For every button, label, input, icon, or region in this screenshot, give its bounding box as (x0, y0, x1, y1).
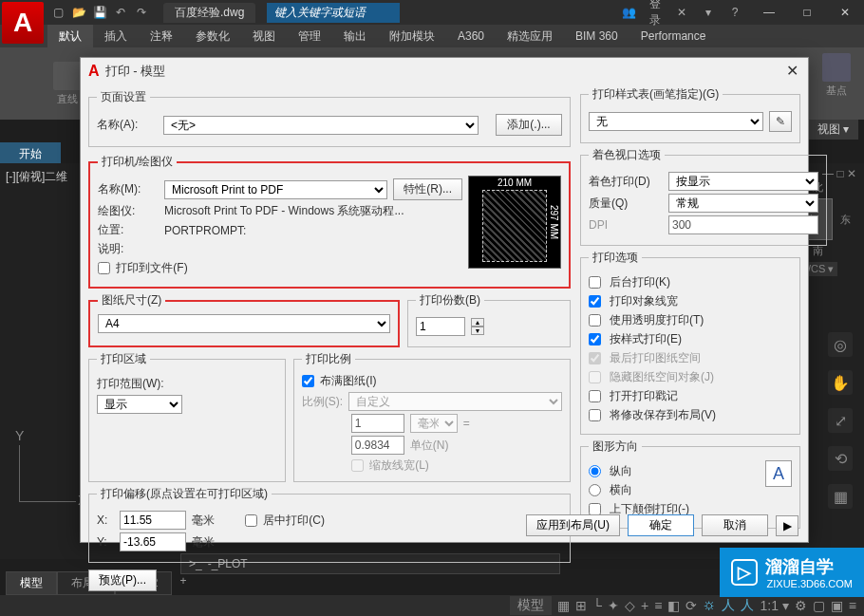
document-name-tab[interactable]: 百度经验.dwg (163, 3, 255, 23)
expand-button[interactable]: ▶ (776, 515, 798, 536)
close-button[interactable]: ✕ (826, 0, 864, 25)
sb-model-toggle[interactable]: 模型 (510, 596, 552, 615)
zoom-icon[interactable]: ⤢ (828, 408, 853, 433)
quality-select[interactable]: 常规 (668, 194, 818, 213)
ok-button[interactable]: 确定 (628, 514, 694, 536)
ribbon-tab-annotate[interactable]: 注释 (139, 25, 184, 48)
sb-polar-icon[interactable]: ✦ (608, 598, 619, 613)
sb-scale2-icon[interactable]: 人 (741, 597, 754, 614)
opt-bystyle-checkbox[interactable]: 按样式打印(E) (589, 331, 792, 347)
fit-to-paper-checkbox[interactable]: 布满图纸(I) (302, 374, 377, 387)
opt-stamp-checkbox[interactable]: 打开打印戳记 (589, 388, 792, 404)
plotarea-fieldset: 打印区域 打印范围(W): 显示 (88, 351, 286, 482)
sb-anno-icon[interactable]: ⛭ (703, 598, 716, 613)
page-setup-fieldset: 页面设置 名称(A): <无> 添加(.)... (88, 89, 571, 147)
ribbon-tab-output[interactable]: 输出 (332, 25, 378, 48)
shade-plot-select[interactable]: 按显示 (668, 172, 818, 191)
print-to-file-checkbox[interactable]: 打印到文件(F) (98, 260, 188, 276)
save-icon[interactable]: 💾 (91, 4, 108, 21)
maximize-button[interactable]: □ (788, 0, 826, 25)
ribbon-tab-insert[interactable]: 插入 (93, 25, 139, 48)
plotter-label: 绘图仪: (98, 203, 159, 219)
viewport-label[interactable]: [-][俯视]二维 (6, 169, 67, 185)
preview-width-label: 210 MM (496, 177, 534, 188)
ribbon-tab-manage[interactable]: 管理 (287, 25, 332, 48)
opt-transparency-checkbox[interactable]: 使用透明度打印(T) (589, 312, 792, 328)
ribbon-tab-param[interactable]: 参数化 (184, 25, 241, 48)
plotscale-fieldset: 打印比例 布满图纸(I) 比例(S): 自定义 毫米 = 单位(N) (293, 351, 571, 482)
ribbon-tab-default[interactable]: 默认 (47, 25, 93, 48)
orient-portrait-radio[interactable]: 纵向 (589, 463, 765, 479)
offset-y-label: Y: (97, 535, 114, 549)
tab-model[interactable]: 模型 (6, 571, 57, 595)
preview-button[interactable]: 预览(P)... (88, 569, 157, 591)
plotrange-select[interactable]: 显示 (97, 395, 182, 414)
cancel-button[interactable]: 取消 (702, 514, 768, 536)
sb-max-icon[interactable]: ▢ (813, 598, 825, 613)
offset-legend: 打印偏移(原点设置在可打印区域) (97, 486, 272, 502)
plot-options-fieldset: 打印选项 后台打印(K) 打印对象线宽 使用透明度打印(T) 按样式打印(E) … (580, 250, 800, 435)
opt-save-checkbox[interactable]: 将修改保存到布局(V) (589, 407, 792, 423)
sb-ortho-icon[interactable]: └ (592, 598, 602, 613)
orient-landscape-radio[interactable]: 横向 (589, 482, 765, 498)
pagesetup-add-button[interactable]: 添加(.)... (496, 114, 562, 136)
wheel-icon[interactable]: ◎ (828, 332, 853, 357)
opt-background-checkbox[interactable]: 后台打印(K) (589, 274, 792, 290)
sb-osnap-icon[interactable]: ◇ (625, 598, 635, 613)
sb-lwt-icon[interactable]: ≡ (654, 598, 662, 613)
new-icon[interactable]: ▢ (49, 4, 66, 21)
plot-options-legend: 打印选项 (589, 250, 642, 266)
showmotion-icon[interactable]: ▦ (828, 484, 853, 509)
title-bar: ▢ 📂 💾 ↶ ↷ 百度经验.dwg 键入关键字或短语 👥 登录 ✕ ▾ ? —… (0, 0, 864, 25)
stylesheet-edit-button[interactable]: ✎ (769, 111, 792, 132)
papersize-select[interactable]: A4 (98, 314, 390, 333)
plotrange-label: 打印范围(W): (97, 376, 164, 392)
sb-ratio[interactable]: 1:1 ▾ (760, 598, 788, 613)
dialog-close-button[interactable]: ✕ (782, 62, 802, 80)
sb-cycle-icon[interactable]: ⟳ (686, 598, 697, 613)
undo-icon[interactable]: ↶ (112, 4, 129, 21)
printer-name-select[interactable]: Microsoft Print to PDF (164, 180, 387, 199)
login-button[interactable]: 登录 (644, 3, 667, 22)
app-menu-button[interactable]: A (2, 2, 44, 44)
copies-input[interactable] (416, 317, 465, 336)
copies-spinner[interactable]: ▲▼ (471, 318, 484, 335)
navigation-bar: ◎ ✋ ⤢ ⟲ ▦ (828, 332, 853, 509)
viewport-controls-minimize[interactable]: — □ ✕ (822, 167, 856, 180)
help-icon[interactable]: ? (723, 3, 746, 22)
ribbon-tab-featured[interactable]: 精选应用 (496, 25, 564, 48)
sb-iso-icon[interactable]: ▣ (831, 598, 843, 613)
pan-icon[interactable]: ✋ (828, 370, 853, 395)
sb-gear-icon[interactable]: ⚙ (795, 598, 807, 613)
sb-custom-icon[interactable]: ≡ (849, 598, 856, 613)
sb-dyn-icon[interactable]: + (641, 598, 648, 613)
help-search-input[interactable]: 键入关键字或短语 (267, 3, 400, 23)
exchange-icon[interactable]: ✕ (670, 3, 693, 22)
stylesheet-select[interactable]: 无 (589, 112, 763, 131)
redo-icon[interactable]: ↷ (133, 4, 150, 21)
sb-snap-icon[interactable]: ⊞ (575, 598, 587, 613)
orbit-icon[interactable]: ⟲ (828, 446, 853, 471)
plotarea-legend: 打印区域 (97, 351, 150, 367)
open-icon[interactable]: 📂 (70, 4, 87, 21)
ribbon-group-basepoint[interactable]: 基点 (815, 51, 858, 100)
ribbon-tab-view[interactable]: 视图 (241, 25, 287, 48)
scale-units-label: 单位(N) (410, 438, 449, 454)
minimize-button[interactable]: — (750, 0, 788, 25)
apply-to-layout-button[interactable]: 应用到布局(U) (526, 514, 620, 536)
dialog-title: 打印 - 模型 (105, 63, 166, 80)
cloud-icon[interactable]: ▾ (697, 3, 720, 22)
opt-lineweight-checkbox[interactable]: 打印对象线宽 (589, 293, 792, 309)
people-icon[interactable]: 👥 (617, 3, 640, 22)
ribbon-tab-addins[interactable]: 附加模块 (378, 25, 446, 48)
ribbon-tab-a360[interactable]: A360 (446, 26, 496, 47)
ribbon-tab-bim360[interactable]: BIM 360 (564, 26, 629, 47)
description-label: 说明: (98, 241, 159, 257)
sb-grid-icon[interactable]: ▦ (557, 598, 570, 613)
pagesetup-name-select[interactable]: <无> (163, 116, 479, 135)
sb-trans-icon[interactable]: ◧ (667, 598, 680, 613)
printer-properties-button[interactable]: 特性(R)... (393, 178, 462, 200)
ribbon-tab-performance[interactable]: Performance (629, 26, 718, 47)
view-dropdown[interactable]: 视图 ▾ (808, 120, 858, 140)
sb-scale-icon[interactable]: 人 (722, 597, 735, 614)
